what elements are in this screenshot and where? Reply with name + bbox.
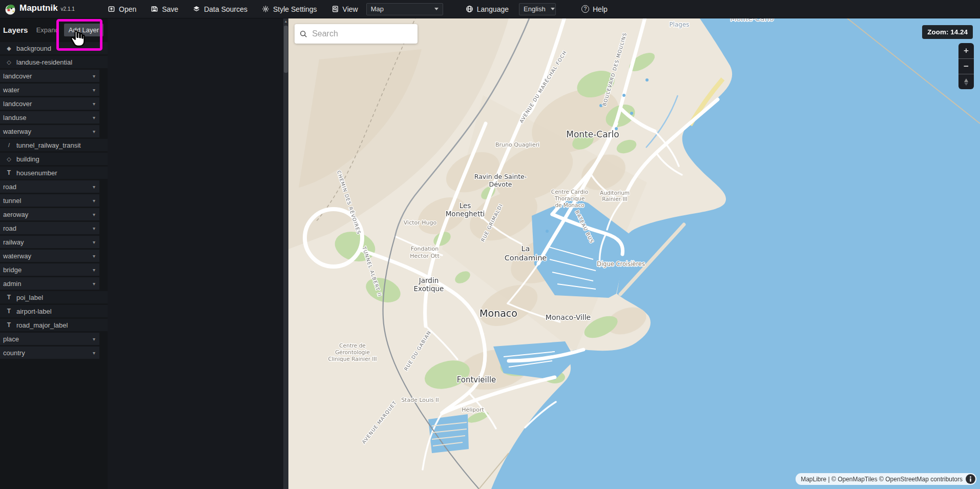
save-button[interactable]: Save <box>143 0 185 18</box>
layer-row-airport-label[interactable]: Tairport-label <box>0 305 108 317</box>
layer-label: landuse-residential <box>16 58 72 66</box>
attribution-info-button[interactable] <box>966 474 975 484</box>
map-label: AuditoriumRainier III <box>600 190 630 202</box>
layer-row-housenumber[interactable]: Thousenumber <box>0 167 108 179</box>
map-zoom-controls: + − <box>958 43 974 89</box>
layer-row-waterway[interactable]: waterway▾ <box>0 125 99 137</box>
map-label: Victor Hugo <box>404 219 437 226</box>
layer-label: country <box>3 349 25 357</box>
layer-row-tunnel[interactable]: tunnel▾ <box>0 194 99 207</box>
layer-row-railway[interactable]: railway▾ <box>0 236 99 248</box>
layer-row-road_major_label[interactable]: Troad_major_label <box>0 319 108 331</box>
scrollbar-thumb[interactable] <box>284 26 288 73</box>
search-input[interactable] <box>312 29 412 38</box>
layer-row-aeroway[interactable]: aeroway▾ <box>0 208 99 220</box>
compass-button[interactable] <box>958 74 974 89</box>
expand-link[interactable]: Expand <box>36 26 59 34</box>
layer-row-tunnel_railway_transit[interactable]: /tunnel_railway_transit <box>0 139 108 151</box>
help-button[interactable]: ? Help <box>574 0 615 18</box>
layer-label: tunnel <box>3 197 21 205</box>
text-icon: T <box>5 294 13 301</box>
layer-row-country[interactable]: country▾ <box>0 347 99 359</box>
layer-row-landuse[interactable]: landuse▾ <box>0 111 99 124</box>
map-label: Héliport <box>462 406 484 413</box>
chevron-down-icon[interactable]: ▾ <box>93 87 95 93</box>
zoom-in-button[interactable]: + <box>958 43 974 58</box>
style-settings-button[interactable]: Style Settings <box>255 0 324 18</box>
layer-row-bridge[interactable]: bridge▾ <box>0 263 99 276</box>
diamond-outline-icon: ◇ <box>5 59 13 66</box>
map-label: Monte-Carlo <box>566 129 619 139</box>
layer-label: water <box>3 86 19 94</box>
language-label: Language <box>477 5 509 13</box>
layer-row-landcover[interactable]: landcover▾ <box>0 97 99 110</box>
layer-row-waterway[interactable]: waterway▾ <box>0 250 99 262</box>
map-label: Bruno Quaglieri <box>495 141 539 148</box>
layer-row-road[interactable]: road▾ <box>0 180 99 193</box>
chevron-down-icon[interactable]: ▾ <box>93 115 95 120</box>
layer-row-poi_label[interactable]: Tpoi_label <box>0 291 108 303</box>
layer-label: building <box>16 155 39 163</box>
sidebar-scrollbar[interactable]: ▲ <box>283 18 288 489</box>
chevron-down-icon[interactable]: ▾ <box>93 212 95 217</box>
layer-label: tunnel_railway_transit <box>16 141 81 149</box>
style-settings-label: Style Settings <box>273 5 317 13</box>
chevron-down-icon[interactable]: ▾ <box>93 184 95 190</box>
view-label: View <box>343 5 358 13</box>
hand-cursor-icon <box>68 30 87 49</box>
layer-label: landcover <box>3 72 32 80</box>
layer-panel-header: Layers Expand Add Layer <box>0 18 108 41</box>
help-label: Help <box>593 5 608 13</box>
open-icon <box>108 5 115 13</box>
view-button[interactable]: View <box>324 0 365 18</box>
chevron-down-icon[interactable]: ▾ <box>93 101 95 107</box>
toolbar: Maputnik v2.1.1 Open Save Data Sources S… <box>0 0 980 18</box>
layer-label: background <box>16 45 51 52</box>
view-select-value: Map <box>371 5 384 13</box>
map-search[interactable] <box>295 24 418 44</box>
layer-row-background[interactable]: ◆background <box>0 42 108 54</box>
map-canvas[interactable]: PlagesMonte-CarloMonte-CarloBruno Quagli… <box>288 18 980 489</box>
layer-row-place[interactable]: place▾ <box>0 333 99 345</box>
chevron-down-icon[interactable]: ▾ <box>93 267 95 273</box>
app-title: Maputnik <box>19 3 58 13</box>
layer-row-building[interactable]: ◇building <box>0 153 108 165</box>
layer-row-water[interactable]: water▾ <box>0 84 99 96</box>
save-icon <box>151 5 158 13</box>
text-icon: T <box>5 308 13 315</box>
language-button[interactable]: Language <box>458 0 516 18</box>
chevron-down-icon[interactable]: ▾ <box>93 239 95 245</box>
map-label: Stade Louis II <box>401 397 439 403</box>
layer-row-road[interactable]: road▾ <box>0 222 99 234</box>
layer-label: place <box>3 335 19 343</box>
chevron-down-icon[interactable]: ▾ <box>93 350 95 356</box>
chevron-down-icon[interactable]: ▾ <box>93 336 95 342</box>
chevron-down-icon[interactable]: ▾ <box>93 281 95 287</box>
data-sources-label: Data Sources <box>204 5 247 13</box>
layer-label: aeroway <box>3 211 28 218</box>
zoom-out-button[interactable]: − <box>958 58 974 74</box>
chevron-down-icon[interactable]: ▾ <box>93 129 95 134</box>
layer-label: road_major_label <box>16 321 68 329</box>
data-sources-button[interactable]: Data Sources <box>185 0 255 18</box>
layer-row-landcover[interactable]: landcover▾ <box>0 70 99 82</box>
gear-icon <box>262 5 269 13</box>
chevron-down-icon[interactable]: ▾ <box>93 253 95 259</box>
data-sources-icon <box>193 5 200 13</box>
layer-row-landuse-residential[interactable]: ◇landuse-residential <box>0 56 108 68</box>
view-select[interactable]: Map <box>366 3 443 15</box>
layer-list: ◆background◇landuse-residentiallandcover… <box>0 41 108 359</box>
layer-label: poi_label <box>16 294 43 301</box>
layer-panel: Layers Expand Add Layer ◆background◇land… <box>0 18 108 489</box>
open-button[interactable]: Open <box>100 0 143 18</box>
scroll-up-icon[interactable]: ▲ <box>284 18 288 25</box>
language-select[interactable]: English <box>519 3 556 15</box>
compass-icon <box>963 78 969 86</box>
map-label: Monaco <box>479 308 517 319</box>
open-label: Open <box>119 5 136 13</box>
chevron-down-icon[interactable]: ▾ <box>93 226 95 231</box>
layer-row-admin[interactable]: admin▾ <box>0 277 99 290</box>
chevron-down-icon[interactable]: ▾ <box>93 73 95 79</box>
chevron-down-icon[interactable]: ▾ <box>93 198 95 203</box>
sidebar: Layers Expand Add Layer ◆background◇land… <box>0 18 283 489</box>
